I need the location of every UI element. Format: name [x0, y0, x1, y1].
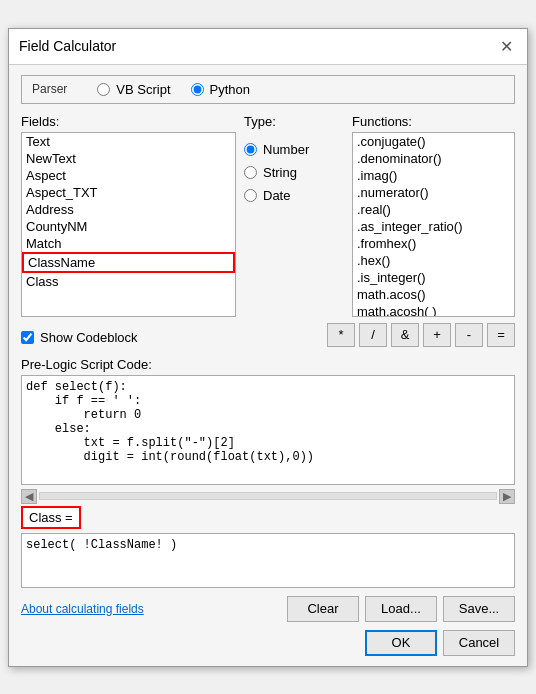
fields-list-item[interactable]: Class	[22, 273, 235, 290]
vbscript-label[interactable]: VB Script	[116, 82, 170, 97]
pre-logic-label: Pre-Logic Script Code:	[21, 357, 515, 372]
close-button[interactable]: ✕	[496, 37, 517, 56]
operator-button[interactable]: /	[359, 323, 387, 347]
functions-list-item[interactable]: .hex()	[353, 252, 514, 269]
field-name-bar: Class =	[21, 506, 81, 529]
operators-row: */&+-=	[327, 323, 515, 347]
fields-label: Fields:	[21, 114, 236, 129]
ok-cancel-row: OK Cancel	[21, 630, 515, 656]
functions-listbox[interactable]: .conjugate().denominator().imag().numera…	[352, 132, 515, 317]
fields-list-item[interactable]: Match	[22, 235, 235, 252]
functions-list-item[interactable]: math.acosh( )	[353, 303, 514, 317]
operator-button[interactable]: &	[391, 323, 419, 347]
load-button[interactable]: Load...	[365, 596, 437, 622]
type-radio-input[interactable]	[244, 166, 257, 179]
save-button[interactable]: Save...	[443, 596, 515, 622]
operator-button[interactable]: =	[487, 323, 515, 347]
operator-button[interactable]: *	[327, 323, 355, 347]
python-radio[interactable]	[191, 83, 204, 96]
functions-list-item[interactable]: .numerator()	[353, 184, 514, 201]
type-list: NumberStringDate	[244, 132, 344, 203]
operator-button[interactable]: -	[455, 323, 483, 347]
type-section: Type: NumberStringDate	[244, 114, 344, 317]
functions-list-item[interactable]: .is_integer()	[353, 269, 514, 286]
operator-button[interactable]: +	[423, 323, 451, 347]
show-codeblock-label[interactable]: Show Codeblock	[40, 330, 138, 345]
type-label: Type:	[244, 114, 344, 129]
scroll-right-arrow[interactable]: ▶	[499, 489, 515, 504]
parser-label: Parser	[32, 82, 67, 96]
show-codeblock-checkbox[interactable]	[21, 331, 34, 344]
functions-list-item[interactable]: .conjugate()	[353, 133, 514, 150]
dialog-title: Field Calculator	[19, 38, 116, 54]
functions-label: Functions:	[352, 114, 515, 129]
title-bar: Field Calculator ✕	[9, 29, 527, 65]
functions-list-item[interactable]: .real()	[353, 201, 514, 218]
field-calculator-dialog: Field Calculator ✕ Parser VB Script Pyth…	[8, 28, 528, 667]
cancel-button[interactable]: Cancel	[443, 630, 515, 656]
fields-list-item[interactable]: NewText	[22, 150, 235, 167]
pre-logic-code[interactable]: def select(f): if f == ' ': return 0 els…	[21, 375, 515, 485]
main-button-group: Clear Load... Save...	[287, 596, 515, 622]
field-name-text: Class =	[29, 510, 73, 525]
type-radio-input[interactable]	[244, 189, 257, 202]
dialog-body: Parser VB Script Python Fields: TextNewT…	[9, 65, 527, 666]
functions-list-item[interactable]: .as_integer_ratio()	[353, 218, 514, 235]
fields-list-item[interactable]: CountyNM	[22, 218, 235, 235]
scroll-left-arrow[interactable]: ◀	[21, 489, 37, 504]
vbscript-radio[interactable]	[97, 83, 110, 96]
ok-button[interactable]: OK	[365, 630, 437, 656]
type-radio-label[interactable]: String	[263, 165, 297, 180]
functions-list-item[interactable]: .imag()	[353, 167, 514, 184]
type-radio-item[interactable]: Number	[244, 142, 344, 157]
expression-area[interactable]: select( !ClassName! )	[21, 533, 515, 588]
type-radio-input[interactable]	[244, 143, 257, 156]
type-radio-label[interactable]: Number	[263, 142, 309, 157]
fields-list-item[interactable]: Aspect_TXT	[22, 184, 235, 201]
type-radio-item[interactable]: String	[244, 165, 344, 180]
fields-list-item[interactable]: Text	[22, 133, 235, 150]
functions-list-item[interactable]: .fromhex()	[353, 235, 514, 252]
about-link[interactable]: About calculating fields	[21, 602, 144, 616]
functions-list-item[interactable]: .denominator()	[353, 150, 514, 167]
bottom-row: About calculating fields Clear Load... S…	[21, 596, 515, 622]
fields-section: Fields: TextNewTextAspectAspect_TXTAddre…	[21, 114, 236, 317]
functions-section: Functions: .conjugate().denominator().im…	[352, 114, 515, 317]
parser-section: Parser VB Script Python	[21, 75, 515, 104]
fields-list-item[interactable]: ClassName	[22, 252, 235, 273]
three-col-section: Fields: TextNewTextAspectAspect_TXTAddre…	[21, 114, 515, 317]
python-label[interactable]: Python	[210, 82, 250, 97]
fields-listbox[interactable]: TextNewTextAspectAspect_TXTAddressCounty…	[21, 132, 236, 317]
clear-button[interactable]: Clear	[287, 596, 359, 622]
type-radio-label[interactable]: Date	[263, 188, 290, 203]
fields-list-item[interactable]: Aspect	[22, 167, 235, 184]
vbscript-radio-group: VB Script	[97, 82, 170, 97]
show-codeblock-row: Show Codeblock	[21, 330, 138, 345]
functions-list-item[interactable]: math.acos()	[353, 286, 514, 303]
python-radio-group: Python	[191, 82, 250, 97]
type-radio-item[interactable]: Date	[244, 188, 344, 203]
horiz-scroll[interactable]: ◀ ▶	[21, 489, 515, 504]
fields-list-item[interactable]: Address	[22, 201, 235, 218]
